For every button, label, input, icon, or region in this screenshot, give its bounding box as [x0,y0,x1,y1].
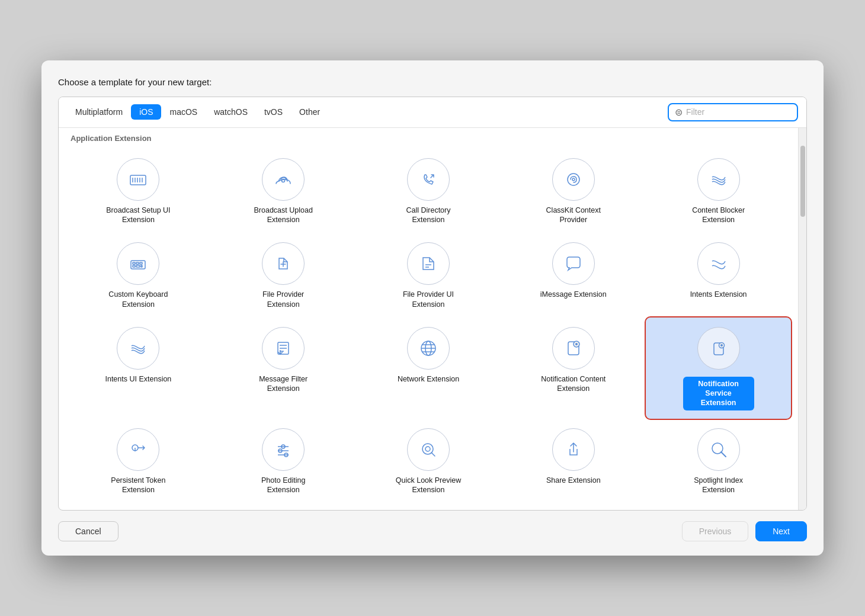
item-intents[interactable]: Intents Extension [646,233,791,317]
broadcast-upload-icon [262,158,305,201]
broadcast-setup-icon [117,158,159,201]
item-broadcast-setup[interactable]: Broadcast Setup UI Extension [66,149,211,233]
item-label-share: Share Extension [546,476,601,485]
item-label-quick-look: Quick Look Preview Extension [393,476,464,495]
item-persistent-token[interactable]: Persistent Token Extension [66,419,211,503]
item-label-broadcast-setup: Broadcast Setup UI Extension [102,206,174,225]
item-label-custom-keyboard: Custom Keyboard Extension [102,290,174,309]
svg-rect-13 [133,265,135,267]
quick-look-icon [407,428,450,471]
item-spotlight-index[interactable]: Spotlight Index Extension [646,419,791,503]
svg-line-43 [431,453,435,456]
tab-tvos[interactable]: tvOS [256,104,291,120]
section-header: Application Extension [59,128,798,146]
item-classkit[interactable]: ClassKit Context Provider [501,149,646,233]
item-label-classkit: ClassKit Context Provider [538,206,609,225]
scrollbar-thumb[interactable] [800,146,805,217]
message-filter-icon [262,327,305,370]
scrollbar-track[interactable] [798,128,806,510]
item-label-notification-service: Notification Service Extension [683,377,754,410]
filter-icon: ⊜ [675,107,683,118]
footer-right: Previous Next [682,521,807,541]
item-call-directory[interactable]: Call Directory Extension [356,149,501,233]
next-button[interactable]: Next [755,521,807,541]
item-label-persistent-token: Persistent Token Extension [102,476,174,495]
classkit-icon [552,158,595,201]
item-quick-look[interactable]: Quick Look Preview Extension [356,419,501,503]
persistent-token-icon [117,428,159,471]
svg-point-32 [720,344,723,346]
item-file-provider[interactable]: File Provider Extension [211,233,356,317]
tab-other[interactable]: Other [291,104,328,120]
previous-button: Previous [682,521,748,541]
svg-line-45 [721,452,726,457]
tab-bar: Multiplatform iOS macOS watchOS tvOS Oth… [59,97,806,128]
call-directory-icon [407,158,450,201]
item-label-intents: Intents Extension [690,290,747,299]
svg-rect-9 [131,261,145,269]
item-label-message-filter: Message Filter Extension [248,374,319,394]
imessage-icon [552,242,595,285]
svg-point-8 [572,178,575,181]
svg-point-42 [425,447,430,451]
item-custom-keyboard[interactable]: Custom Keyboard Extension [66,233,211,317]
svg-rect-15 [141,265,142,267]
dialog: Choose a template for your new target: M… [41,60,824,556]
intents-icon [697,242,740,285]
item-label-file-provider: File Provider Extension [248,290,319,309]
item-imessage[interactable]: iMessage Extension [501,233,646,317]
item-label-content-blocker: Content Blocker Extension [683,206,754,225]
tab-macos[interactable]: macOS [161,104,206,120]
notification-service-icon [697,327,740,370]
svg-rect-14 [136,265,140,267]
tab-ios[interactable]: iOS [131,104,161,120]
item-network[interactable]: Network Extension [356,317,501,419]
svg-point-29 [575,343,578,345]
svg-rect-12 [140,262,142,264]
item-notification-content[interactable]: Notification Content Extension [501,317,646,419]
item-intents-ui[interactable]: Intents UI Extension [66,317,211,419]
item-label-broadcast-upload: Broadcast Upload Extension [248,206,319,225]
grid-container: Application Extension [59,128,798,510]
item-notification-service[interactable]: Notification Service Extension [646,317,791,419]
item-message-filter[interactable]: Message Filter Extension [211,317,356,419]
svg-rect-10 [133,262,135,264]
tab-watchos[interactable]: watchOS [206,104,256,120]
custom-keyboard-icon [117,242,159,285]
item-label-call-directory: Call Directory Extension [393,206,464,225]
notification-content-icon [552,327,595,370]
spotlight-index-icon [697,428,740,471]
item-broadcast-upload[interactable]: Broadcast Upload Extension [211,149,356,233]
item-label-photo-editing: Photo Editing Extension [248,476,319,495]
item-file-provider-ui[interactable]: File Provider UI Extension [356,233,501,317]
svg-rect-11 [136,262,139,264]
tab-multiplatform[interactable]: Multiplatform [67,104,131,120]
photo-editing-icon [262,428,305,471]
item-label-notification-content: Notification Content Extension [538,374,609,394]
dialog-title: Choose a template for your new target: [58,77,807,87]
cancel-button[interactable]: Cancel [58,521,118,541]
item-share[interactable]: Share Extension [501,419,646,503]
item-label-spotlight-index: Spotlight Index Extension [683,476,754,495]
item-label-imessage: iMessage Extension [540,290,607,299]
item-label-file-provider-ui: File Provider UI Extension [393,290,464,309]
item-label-intents-ui: Intents UI Extension [105,374,171,384]
item-label-network: Network Extension [398,374,459,384]
items-grid: Broadcast Setup UI Extension Broadcast U… [59,146,798,505]
main-content: Multiplatform iOS macOS watchOS tvOS Oth… [58,97,807,511]
share-icon [552,428,595,471]
content-area: Application Extension [59,128,806,510]
item-photo-editing[interactable]: Photo Editing Extension [211,419,356,503]
search-input[interactable] [686,107,791,117]
item-content-blocker[interactable]: Content Blocker Extension [646,149,791,233]
footer: Cancel Previous Next [58,511,807,541]
file-provider-icon [262,242,305,285]
file-provider-ui-icon [407,242,450,285]
svg-point-7 [568,174,579,185]
network-icon [407,327,450,370]
intents-ui-icon [117,327,159,370]
filter-box[interactable]: ⊜ [668,103,798,121]
content-blocker-icon [697,158,740,201]
